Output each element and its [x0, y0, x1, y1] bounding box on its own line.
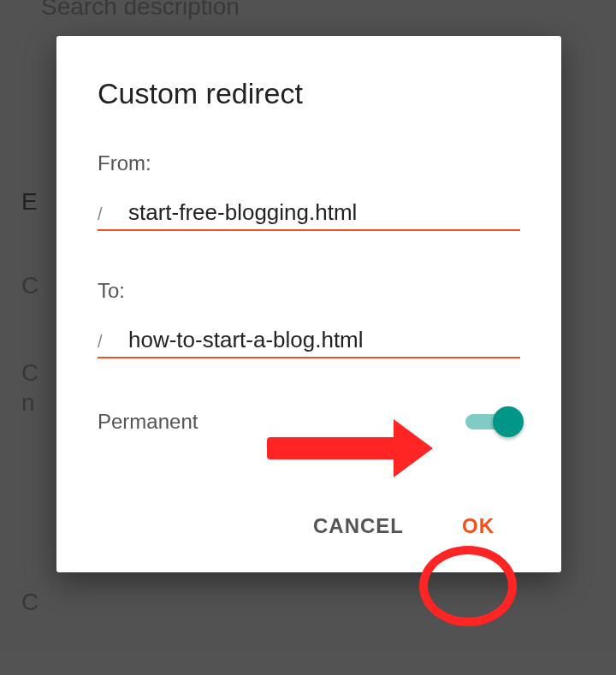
- to-field-row: /: [98, 327, 520, 358]
- cancel-button[interactable]: CANCEL: [308, 506, 409, 547]
- permanent-toggle[interactable]: [465, 406, 520, 437]
- ok-button[interactable]: OK: [457, 506, 500, 547]
- path-slash: /: [98, 332, 128, 352]
- switch-thumb: [493, 406, 524, 437]
- from-label: From:: [98, 151, 520, 175]
- dialog-actions: CANCEL OK: [98, 506, 520, 547]
- custom-redirect-dialog: Custom redirect From: / To: / Permanent …: [56, 36, 561, 572]
- to-label: To:: [98, 279, 520, 303]
- permanent-row: Permanent: [98, 406, 520, 437]
- permanent-label: Permanent: [98, 410, 198, 434]
- path-slash: /: [98, 204, 128, 224]
- to-input[interactable]: [128, 327, 520, 353]
- dialog-title: Custom redirect: [98, 77, 520, 110]
- from-field-row: /: [98, 199, 520, 231]
- from-input[interactable]: [128, 199, 520, 226]
